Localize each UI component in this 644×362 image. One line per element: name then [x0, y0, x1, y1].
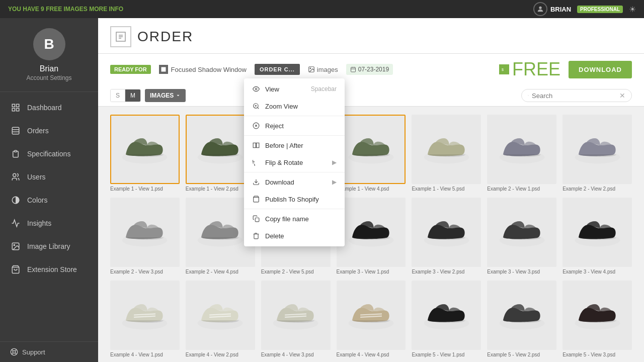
view-toggle: S M	[110, 89, 141, 102]
sidebar-item-dashboard[interactable]: Dashboard	[0, 96, 98, 119]
menu-item-delete[interactable]: Delete	[244, 227, 345, 244]
menu-divider	[244, 209, 345, 209]
order-create-button[interactable]: ORDER C...	[255, 64, 300, 75]
image-card[interactable]: Example 4 - View 4.psd	[337, 281, 406, 357]
image-thumbnail[interactable]	[261, 281, 331, 350]
image-card[interactable]: Example 1 - View 1.psd	[110, 115, 180, 192]
content-area: ORDER READY FOR Focused Shadow Window OR…	[98, 18, 644, 362]
image-card[interactable]: Example 4 - View 1.psd	[110, 281, 180, 357]
sidebar: B Brian Account Settings Dashboard Order…	[0, 18, 98, 362]
image-thumbnail[interactable]	[487, 115, 556, 184]
specifications-icon	[10, 148, 21, 159]
image-card[interactable]: Example 3 - View 1.psd	[337, 198, 406, 275]
image-thumbnail[interactable]	[337, 281, 406, 350]
image-thumbnail[interactable]	[487, 198, 556, 267]
sidebar-account-settings[interactable]: Account Settings	[26, 74, 71, 81]
search-box: ✕	[521, 89, 632, 102]
sidebar-item-insights[interactable]: Insights	[0, 212, 98, 235]
users-icon	[10, 171, 21, 183]
svg-line-17	[15, 353, 17, 354]
svg-rect-71	[253, 143, 256, 147]
menu-item-copy-filename[interactable]: Copy file name	[244, 210, 345, 227]
search-clear-icon[interactable]: ✕	[619, 92, 625, 100]
more-info-link[interactable]: MORE INFO	[89, 6, 123, 13]
menu-item-flip-rotate[interactable]: Flip & Rotate▶	[244, 154, 345, 171]
free-images-notice: YOU HAVE 9 FREE IMAGES MORE INFO	[8, 6, 123, 13]
svg-point-26	[310, 68, 311, 69]
sidebar-item-extension-store[interactable]: Extension Store	[0, 258, 98, 281]
theme-toggle-icon[interactable]: ☀	[629, 5, 636, 14]
image-card[interactable]: Example 5 - View 1.psd	[412, 281, 481, 357]
image-card[interactable]: Example 2 - View 3.psd	[110, 198, 180, 275]
download-button[interactable]: DOWNLOAD	[569, 61, 632, 78]
image-thumbnail[interactable]	[412, 115, 481, 184]
images-dropdown[interactable]: IMAGES	[145, 89, 186, 102]
menu-item-zoom-view[interactable]: Zoom View	[244, 98, 345, 115]
top-right-actions: BRIAN PROFESSIONAL ☀	[533, 2, 636, 16]
menu-item-download[interactable]: Download▶	[244, 173, 345, 191]
sidebar-support[interactable]: Support	[0, 341, 98, 362]
image-thumbnail[interactable]	[110, 115, 180, 184]
service-icon	[159, 65, 168, 74]
menu-item-before-after[interactable]: Before | After	[244, 137, 345, 154]
order-info-bar: READY FOR Focused Shadow Window ORDER C.…	[98, 54, 644, 85]
user-badge[interactable]: BRIAN	[533, 2, 571, 16]
delete-icon	[252, 232, 260, 240]
image-label: Example 4 - View 4.psd	[337, 352, 406, 357]
service-name: Focused Shadow Window	[171, 66, 247, 73]
image-library-icon	[10, 241, 21, 252]
submenu-arrow-icon: ▶	[332, 159, 337, 166]
image-thumbnail[interactable]	[562, 281, 632, 350]
image-card[interactable]: Example 1 - View 5.psd	[412, 115, 481, 192]
image-card[interactable]: Example 1 - View 4.psd	[337, 115, 406, 192]
image-card[interactable]: Example 4 - View 2.psd	[186, 281, 255, 357]
menu-item-label: Delete	[265, 232, 284, 240]
menu-item-view[interactable]: ViewSpacebar	[244, 80, 345, 98]
support-label: Support	[22, 348, 45, 356]
insights-icon	[10, 218, 21, 229]
image-card[interactable]: Example 4 - View 3.psd	[261, 281, 331, 357]
image-thumbnail[interactable]	[487, 281, 556, 350]
image-label: Example 2 - View 1.psd	[487, 186, 556, 192]
sidebar-item-label: Orders	[27, 127, 49, 135]
sidebar-item-image-library[interactable]: Image Library	[0, 235, 98, 258]
image-thumbnail[interactable]	[110, 281, 180, 350]
menu-item-reject[interactable]: Reject	[244, 117, 345, 134]
image-card[interactable]: Example 2 - View 1.psd	[487, 115, 556, 192]
order-header: ORDER	[98, 18, 644, 54]
order-title-row: ORDER	[110, 26, 632, 47]
image-card[interactable]: Example 2 - View 2.psd	[562, 115, 632, 192]
image-card[interactable]: Example 5 - View 2.psd	[487, 281, 556, 357]
top-banner: YOU HAVE 9 FREE IMAGES MORE INFO BRIAN P…	[0, 0, 644, 18]
view-medium-button[interactable]: M	[125, 89, 140, 102]
image-card[interactable]: Example 3 - View 2.psd	[412, 198, 481, 275]
reject-icon	[252, 122, 260, 130]
sidebar-item-specifications[interactable]: Specifications	[0, 142, 98, 165]
sidebar-item-orders[interactable]: Orders	[0, 119, 98, 142]
image-thumbnail[interactable]	[110, 198, 180, 267]
image-thumbnail[interactable]	[186, 281, 255, 350]
view-small-button[interactable]: S	[111, 89, 125, 102]
image-card[interactable]: Example 3 - View 3.psd	[487, 198, 556, 275]
sidebar-item-colors[interactable]: Colors	[0, 189, 98, 212]
svg-rect-4	[17, 109, 19, 111]
image-thumbnail[interactable]	[337, 198, 406, 267]
sidebar-user-section[interactable]: B Brian Account Settings	[0, 18, 98, 92]
image-thumbnail[interactable]	[562, 198, 632, 267]
image-thumbnail[interactable]	[412, 281, 481, 350]
svg-rect-3	[12, 109, 15, 111]
search-input[interactable]	[532, 92, 616, 100]
menu-item-publish-shopify[interactable]: Publish To Shopify	[244, 191, 345, 208]
image-thumbnail[interactable]	[337, 115, 406, 184]
pro-badge: PROFESSIONAL	[577, 6, 623, 13]
support-button[interactable]: Support	[10, 348, 88, 356]
image-label: Example 4 - View 2.psd	[186, 352, 255, 357]
image-card[interactable]: Example 5 - View 3.psd	[562, 281, 632, 357]
image-label: Example 2 - View 5.psd	[261, 269, 331, 275]
image-thumbnail[interactable]	[412, 198, 481, 267]
image-card[interactable]: Example 3 - View 4.psd	[562, 198, 632, 275]
image-label: Example 2 - View 2.psd	[562, 186, 632, 192]
svg-rect-5	[12, 127, 19, 134]
image-thumbnail[interactable]	[562, 115, 632, 184]
sidebar-item-users[interactable]: Users	[0, 165, 98, 189]
